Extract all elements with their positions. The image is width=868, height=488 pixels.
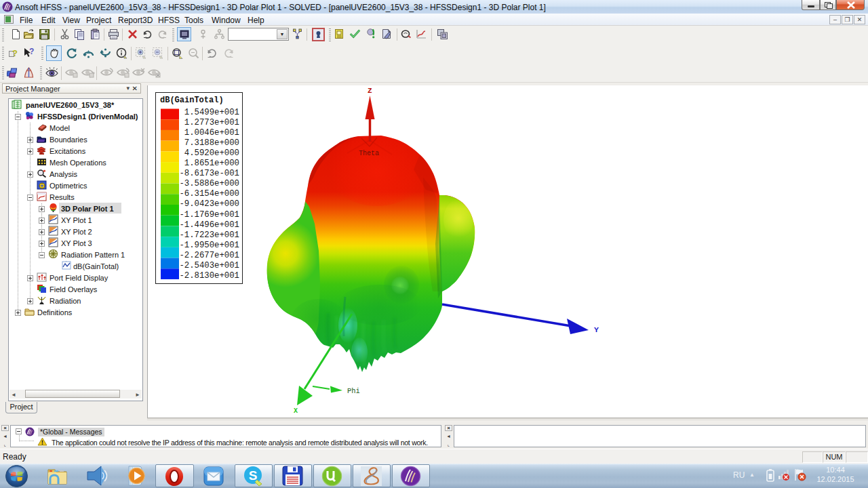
- svg-text:-6.3154e+000: -6.3154e+000: [179, 189, 239, 199]
- svg-text:4.5920e+000: 4.5920e+000: [184, 148, 239, 158]
- svg-text:-9.0423e+000: -9.0423e+000: [179, 199, 239, 209]
- svg-text:-1.9950e+001: -1.9950e+001: [179, 241, 239, 250]
- svg-text:?: ?: [12, 48, 18, 58]
- svg-text:-3.5886e+000: -3.5886e+000: [179, 179, 239, 188]
- svg-text:-1.1769e+001: -1.1769e+001: [179, 210, 239, 220]
- svg-text:-8.6173e-001: -8.6173e-001: [179, 169, 239, 178]
- svg-text:S: S: [249, 468, 258, 483]
- svg-text:-2.2677e+001: -2.2677e+001: [179, 251, 239, 260]
- svg-text:Y: Y: [594, 325, 599, 334]
- svg-text:Phi: Phi: [347, 387, 360, 395]
- svg-text:?: ?: [29, 47, 34, 56]
- svg-text:1.0046e+001: 1.0046e+001: [184, 128, 239, 138]
- svg-text:Theta: Theta: [359, 150, 379, 157]
- svg-text:1.8651e+000: 1.8651e+000: [184, 159, 239, 168]
- svg-text:Z: Z: [368, 87, 372, 95]
- svg-text:1.5499e+001: 1.5499e+001: [184, 108, 239, 117]
- svg-text:7.3188e+000: 7.3188e+000: [184, 138, 239, 148]
- svg-text:-2.8130e+001: -2.8130e+001: [179, 271, 239, 281]
- svg-text:1.2773e+001: 1.2773e+001: [184, 118, 239, 127]
- svg-text:X: X: [294, 407, 298, 415]
- svg-text:-2.5403e+001: -2.5403e+001: [179, 261, 239, 270]
- svg-text:dB(GainTotal): dB(GainTotal): [160, 96, 224, 105]
- svg-text:-1.7223e+001: -1.7223e+001: [179, 230, 239, 240]
- svg-text:-1.4496e+001: -1.4496e+001: [179, 220, 239, 230]
